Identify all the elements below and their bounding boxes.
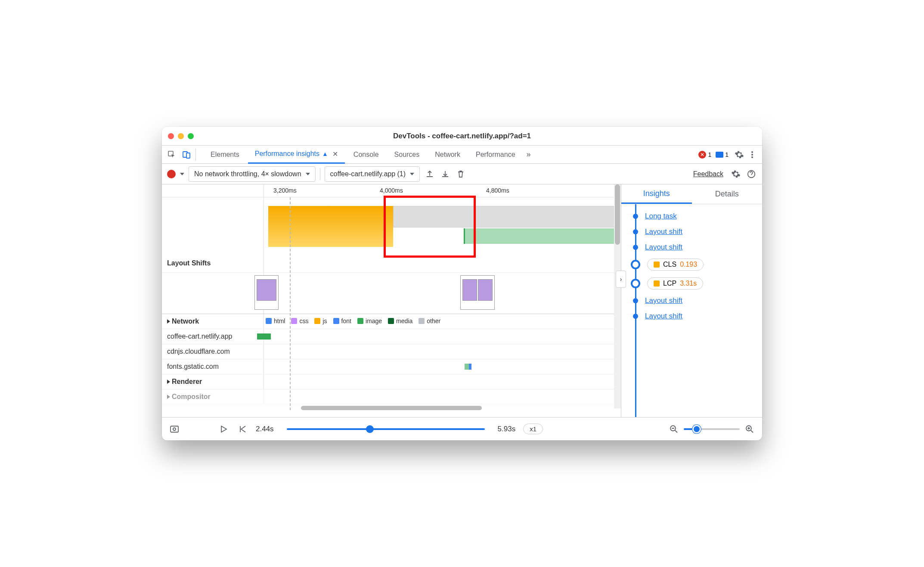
- message-icon: [716, 152, 723, 158]
- error-badge[interactable]: ✕ 1: [698, 151, 711, 159]
- window-title: DevTools - coffee-cart.netlify.app/?ad=1: [194, 132, 730, 140]
- error-icon: ✕: [698, 151, 706, 159]
- svg-point-8: [173, 428, 176, 430]
- time-ruler[interactable]: 3,200ms 4,000ms 4,800ms: [264, 184, 621, 197]
- screenshot-thumb[interactable]: [254, 275, 279, 310]
- insights-panel: › Insights Details Long task Layout shif…: [621, 184, 762, 417]
- svg-point-3: [751, 151, 753, 153]
- disclosure-icon: [167, 319, 170, 324]
- collapse-panel-button[interactable]: ›: [616, 271, 626, 288]
- track-label-layout-shifts: Layout Shifts: [162, 197, 264, 272]
- titlebar: DevTools - coffee-cart.netlify.app/?ad=1: [162, 127, 762, 146]
- tab-sources[interactable]: Sources: [388, 146, 427, 164]
- help-icon[interactable]: [746, 168, 757, 180]
- ruler-tick: 4,000ms: [380, 187, 403, 194]
- insight-item[interactable]: Long task: [630, 209, 762, 224]
- panel-settings-icon[interactable]: [730, 168, 741, 180]
- track-label-renderer[interactable]: Renderer: [162, 374, 264, 389]
- flame-bar[interactable]: [268, 206, 393, 247]
- timeline-area: 3,200ms 4,000ms 4,800ms Layout Shifts LC…: [162, 184, 621, 417]
- play-button[interactable]: [218, 424, 229, 435]
- import-icon[interactable]: [440, 168, 451, 180]
- record-button[interactable]: [167, 170, 176, 178]
- network-row[interactable]: [264, 329, 621, 344]
- record-menu-caret[interactable]: [180, 173, 184, 175]
- playback-bar: 2.44s 5.93s x1: [162, 417, 762, 440]
- network-bar[interactable]: [465, 364, 469, 370]
- highlight-box: [384, 196, 476, 258]
- zoom-out-icon[interactable]: [668, 424, 679, 435]
- network-bar[interactable]: [469, 364, 471, 370]
- minimize-window-button[interactable]: [178, 133, 184, 139]
- tab-network[interactable]: Network: [428, 146, 467, 164]
- network-row[interactable]: [264, 359, 621, 374]
- tab-performance[interactable]: Performance: [469, 146, 522, 164]
- rewind-button[interactable]: [237, 424, 248, 435]
- svg-point-5: [751, 156, 753, 158]
- track-label-network[interactable]: Network: [162, 314, 264, 329]
- delete-icon[interactable]: [455, 168, 466, 180]
- tab-elements[interactable]: Elements: [204, 146, 246, 164]
- time-range-slider[interactable]: [287, 428, 485, 430]
- network-legend: html css js font image media other: [264, 314, 621, 328]
- insights-toolbar: No network throttling, 4× slowdown coffe…: [162, 164, 762, 184]
- network-bar[interactable]: [257, 333, 271, 340]
- insight-item[interactable]: Layout shift: [630, 240, 762, 255]
- export-icon[interactable]: [424, 168, 435, 180]
- tab-insights[interactable]: Insights: [621, 184, 692, 204]
- toggle-overlay-icon[interactable]: [169, 424, 180, 435]
- insight-cls-pill[interactable]: CLS 0.193: [630, 255, 762, 274]
- range-start: 2.44s: [256, 425, 274, 433]
- close-window-button[interactable]: [168, 133, 174, 139]
- insight-item[interactable]: Layout shift: [630, 293, 762, 308]
- throttling-dropdown[interactable]: No network throttling, 4× slowdown: [189, 166, 316, 182]
- feedback-link[interactable]: Feedback: [693, 170, 723, 178]
- experiment-icon: ▲: [322, 150, 328, 157]
- zoom-slider[interactable]: [684, 428, 740, 430]
- ruler-tick: 4,800ms: [486, 187, 509, 194]
- network-row[interactable]: [264, 344, 621, 359]
- insight-item[interactable]: Layout shift: [630, 308, 762, 324]
- tab-details[interactable]: Details: [692, 184, 763, 204]
- vertical-scrollbar[interactable]: [614, 184, 621, 408]
- inspect-element-icon[interactable]: [166, 149, 177, 160]
- network-host[interactable]: coffee-cart.netlify.app: [162, 329, 264, 344]
- settings-icon[interactable]: [734, 149, 745, 160]
- flame-bar[interactable]: [464, 228, 621, 244]
- maximize-window-button[interactable]: [188, 133, 194, 139]
- recording-dropdown[interactable]: coffee-cart.netlify.app (1): [325, 166, 420, 182]
- range-end: 5.93s: [498, 425, 516, 433]
- close-tab-icon[interactable]: ✕: [332, 150, 338, 158]
- tab-console[interactable]: Console: [347, 146, 386, 164]
- more-menu-icon[interactable]: [747, 149, 758, 160]
- insight-lcp-pill[interactable]: LCP 3.31s: [630, 274, 762, 293]
- message-badge[interactable]: 1: [716, 151, 729, 158]
- tab-performance-insights[interactable]: Performance insights ▲ ✕: [248, 146, 345, 164]
- screenshot-thumb[interactable]: [460, 275, 495, 310]
- screenshot-track[interactable]: [264, 273, 621, 314]
- network-host[interactable]: cdnjs.cloudflare.com: [162, 344, 264, 359]
- error-count: 1: [708, 151, 711, 158]
- svg-rect-2: [186, 153, 190, 158]
- svg-rect-7: [171, 426, 178, 432]
- flamechart-track[interactable]: LCP: [264, 197, 621, 272]
- insight-item[interactable]: Layout shift: [630, 224, 762, 240]
- message-count: 1: [725, 151, 729, 158]
- track-label-compositor[interactable]: Compositor: [162, 389, 264, 404]
- device-toolbar-icon[interactable]: [181, 149, 192, 160]
- horizontal-scrollbar[interactable]: [162, 404, 621, 412]
- more-tabs-icon[interactable]: »: [524, 150, 533, 159]
- network-host[interactable]: fonts.gstatic.com: [162, 359, 264, 374]
- playback-speed-pill[interactable]: x1: [523, 424, 543, 434]
- disclosure-icon: [167, 395, 170, 399]
- devtools-tabbar: Elements Performance insights ▲ ✕ Consol…: [162, 146, 762, 164]
- ruler-tick: 3,200ms: [273, 187, 297, 194]
- disclosure-icon: [167, 380, 170, 384]
- svg-point-4: [751, 154, 753, 156]
- zoom-in-icon[interactable]: [744, 424, 755, 435]
